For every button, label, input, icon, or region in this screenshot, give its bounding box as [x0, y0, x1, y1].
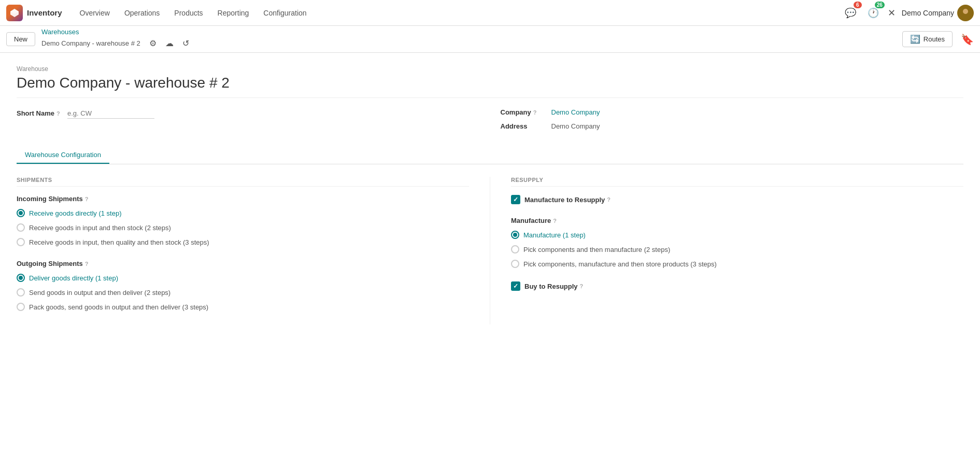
outgoing-label-1: Deliver goods directly (1 step): [29, 274, 118, 282]
manufacture-label-2: Pick components and then manufacture (2 …: [523, 246, 670, 253]
incoming-option-2[interactable]: Receive goods in input and then stock (2…: [17, 222, 469, 233]
manufacture-to-resupply-checkbox[interactable]: [511, 195, 520, 204]
buy-to-resupply-label: Buy to Resupply ?: [524, 283, 583, 290]
breadcrumb-current: Demo Company - warehouse # 2 ⚙ ☁ ↺: [41, 36, 193, 50]
manufacture-label-1: Manufacture (1 step): [523, 231, 586, 239]
manufacture-to-resupply-help[interactable]: ?: [607, 196, 610, 203]
form-section-label: Warehouse: [17, 65, 963, 73]
company-selector[interactable]: Demo Company: [902, 5, 974, 21]
manufacture-to-resupply-group: Manufacture to Resupply ?: [511, 195, 963, 204]
manufacture-option-2[interactable]: Pick components and then manufacture (2 …: [511, 244, 963, 255]
incoming-label-2: Receive goods in input and then stock (2…: [29, 224, 171, 232]
outgoing-shipments-label: Outgoing Shipments ?: [17, 260, 469, 267]
form-title: Demo Company - warehouse # 2: [17, 75, 963, 98]
manufacture-radio-1[interactable]: [511, 231, 519, 239]
outgoing-radio-2[interactable]: [17, 288, 25, 296]
outgoing-label-2: Send goods in output and then deliver (2…: [29, 289, 171, 296]
routes-label: Routes: [924, 35, 945, 43]
company-field: Company ? Demo Company: [501, 108, 964, 116]
company-help[interactable]: ?: [533, 109, 537, 116]
nav-item-overview[interactable]: Overview: [73, 0, 117, 26]
shipments-header: SHIPMENTS: [17, 177, 469, 187]
outgoing-label-3: Pack goods, send goods in output and the…: [29, 303, 208, 311]
form-fields: Short Name ? Company ? Demo Company Addr…: [17, 108, 963, 136]
outgoing-help[interactable]: ?: [85, 261, 89, 267]
buy-to-resupply-help[interactable]: ?: [580, 283, 584, 289]
short-name-field: Short Name ?: [17, 108, 480, 119]
company-value[interactable]: Demo Company: [551, 108, 600, 116]
outgoing-radio-1[interactable]: [17, 274, 25, 282]
incoming-label-1: Receive goods directly (1 step): [29, 209, 121, 217]
svg-point-3: [961, 15, 970, 19]
settings-icon[interactable]: ⚙: [146, 36, 160, 50]
app-logo[interactable]: [6, 5, 23, 21]
manufacture-to-resupply-label: Manufacture to Resupply ?: [524, 196, 610, 204]
incoming-label-3: Receive goods in input, then quality and…: [29, 238, 209, 246]
breadcrumb-parent[interactable]: Warehouses: [41, 28, 193, 36]
nav-item-products[interactable]: Products: [167, 0, 210, 26]
activity-badge: 26: [875, 2, 885, 8]
notifications-button[interactable]: 💬 6: [842, 5, 859, 21]
outgoing-option-2[interactable]: Send goods in output and then deliver (2…: [17, 287, 469, 298]
address-value: Demo Company: [551, 122, 600, 130]
top-navigation: Inventory Overview Operations Products R…: [0, 0, 980, 26]
discard-icon[interactable]: ↺: [179, 36, 193, 50]
incoming-radio-1[interactable]: [17, 209, 25, 217]
short-name-help[interactable]: ?: [56, 110, 60, 117]
activities-button[interactable]: 🕐 26: [865, 5, 882, 21]
manufacture-label: Manufacture ?: [511, 217, 963, 224]
breadcrumb: Warehouses Demo Company - warehouse # 2 …: [41, 28, 193, 50]
short-name-label: Short Name ?: [17, 109, 63, 117]
buy-to-resupply-checkbox[interactable]: [511, 281, 520, 291]
manufacture-radio-2[interactable]: [511, 245, 519, 253]
outgoing-option-1[interactable]: Deliver goods directly (1 step): [17, 273, 469, 283]
form-right: Company ? Demo Company Address Demo Comp…: [480, 108, 964, 136]
short-name-input[interactable]: [67, 108, 154, 119]
nav-item-operations[interactable]: Operations: [117, 0, 167, 26]
nav-right: 💬 6 🕐 26 ✕ Demo Company: [842, 5, 974, 21]
nav-item-configuration[interactable]: Configuration: [256, 0, 314, 26]
incoming-option-3[interactable]: Receive goods in input, then quality and…: [17, 237, 469, 247]
resupply-section: RESUPPLY Manufacture to Resupply ? Manuf…: [490, 177, 963, 324]
toolbar-actions: ⚙ ☁ ↺: [146, 36, 193, 50]
manufacture-radio-3[interactable]: [511, 260, 519, 268]
nav-menu: Overview Operations Products Reporting C…: [73, 0, 842, 26]
shipments-section: SHIPMENTS Incoming Shipments ? Receive g…: [17, 177, 490, 324]
incoming-radio-3[interactable]: [17, 238, 25, 246]
outgoing-shipments-group: Outgoing Shipments ? Deliver goods direc…: [17, 260, 469, 312]
cloud-upload-icon[interactable]: ☁: [162, 36, 177, 50]
buy-to-resupply-row: Buy to Resupply ?: [511, 281, 963, 291]
manufacture-group: Manufacture ? Manufacture (1 step) Pick …: [511, 217, 963, 269]
manufacture-help[interactable]: ?: [553, 218, 557, 224]
nav-item-reporting[interactable]: Reporting: [210, 0, 257, 26]
outgoing-radio-3[interactable]: [17, 303, 25, 311]
bookmark-icon[interactable]: 🔖: [961, 33, 974, 46]
manufacture-option-3[interactable]: Pick components, manufacture and then st…: [511, 259, 963, 269]
form-left: Short Name ?: [17, 108, 480, 136]
buy-to-resupply-group: Buy to Resupply ?: [511, 281, 963, 291]
toolbar-right: 🔄 Routes: [902, 31, 953, 47]
outgoing-option-3[interactable]: Pack goods, send goods in output and the…: [17, 302, 469, 312]
incoming-radio-2[interactable]: [17, 223, 25, 232]
user-avatar[interactable]: [957, 5, 974, 21]
tabs: Warehouse Configuration: [17, 147, 963, 164]
company-name: Demo Company: [902, 9, 954, 17]
company-label: Company ?: [501, 108, 547, 116]
manufacture-option-1[interactable]: Manufacture (1 step): [511, 230, 963, 240]
incoming-shipments-label: Incoming Shipments ?: [17, 195, 469, 203]
wrench-button[interactable]: ✕: [888, 7, 896, 19]
new-button[interactable]: New: [6, 32, 35, 46]
config-content: SHIPMENTS Incoming Shipments ? Receive g…: [17, 177, 963, 324]
app-title[interactable]: Inventory: [27, 8, 62, 17]
manufacture-label-3: Pick components, manufacture and then st…: [523, 260, 717, 268]
resupply-header: RESUPPLY: [511, 177, 963, 187]
address-label: Address: [501, 122, 547, 130]
incoming-option-1[interactable]: Receive goods directly (1 step): [17, 208, 469, 218]
routes-button[interactable]: 🔄 Routes: [902, 31, 953, 47]
incoming-shipments-group: Incoming Shipments ? Receive goods direc…: [17, 195, 469, 247]
tab-warehouse-config[interactable]: Warehouse Configuration: [17, 147, 109, 164]
incoming-help[interactable]: ?: [85, 196, 89, 202]
notification-badge: 6: [854, 2, 862, 8]
toolbar: New Warehouses Demo Company - warehouse …: [0, 26, 980, 53]
svg-point-2: [963, 9, 968, 14]
